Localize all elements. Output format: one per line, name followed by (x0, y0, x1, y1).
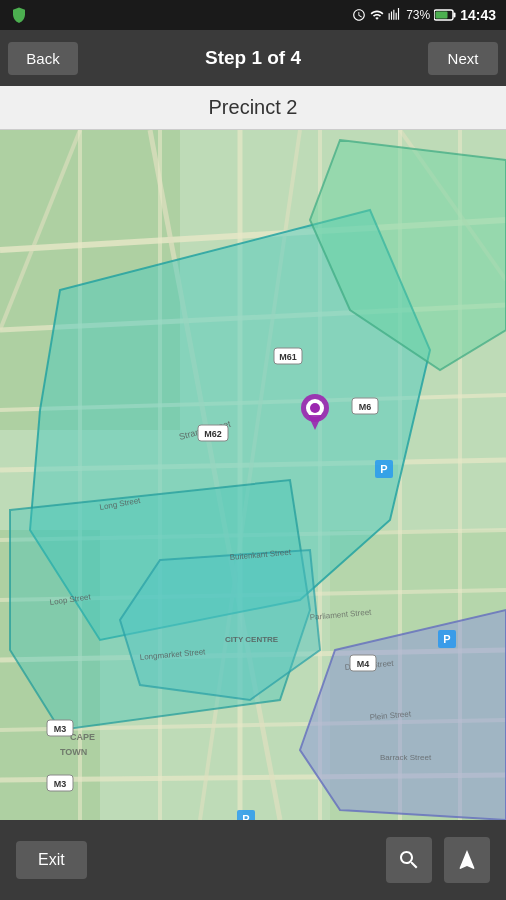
alarm-icon (352, 8, 366, 22)
back-button[interactable]: Back (8, 42, 78, 75)
svg-text:M61: M61 (279, 352, 297, 362)
status-bar: 73% 14:43 (0, 0, 506, 30)
signal-icon (388, 8, 402, 22)
battery-percentage: 73% (406, 8, 430, 22)
navigation-icon (455, 848, 479, 872)
svg-rect-2 (436, 12, 448, 19)
svg-text:M6: M6 (359, 402, 372, 412)
svg-text:CITY CENTRE: CITY CENTRE (225, 635, 279, 644)
bottom-icons (386, 837, 490, 883)
map-svg: Strand Street Long Street Buitenkant Str… (0, 130, 506, 820)
svg-text:M3: M3 (54, 779, 67, 789)
map-container[interactable]: Strand Street Long Street Buitenkant Str… (0, 130, 506, 820)
svg-text:TOWN: TOWN (60, 747, 87, 757)
nav-bar: Back Step 1 of 4 Next (0, 30, 506, 86)
svg-text:Barrack Street: Barrack Street (380, 753, 432, 762)
precinct-header: Precinct 2 (0, 86, 506, 130)
step-title: Step 1 of 4 (78, 47, 428, 69)
status-left (10, 6, 28, 24)
navigate-button[interactable] (444, 837, 490, 883)
search-icon (397, 848, 421, 872)
svg-text:M3: M3 (54, 724, 67, 734)
battery-icon (434, 9, 456, 21)
search-button[interactable] (386, 837, 432, 883)
next-button[interactable]: Next (428, 42, 498, 75)
svg-text:P: P (443, 633, 450, 645)
svg-text:CAPE: CAPE (70, 732, 95, 742)
svg-text:P: P (380, 463, 387, 475)
svg-rect-1 (454, 13, 456, 18)
svg-point-64 (310, 403, 320, 413)
wifi-icon (370, 8, 384, 22)
bottom-bar: Exit (0, 820, 506, 900)
precinct-title: Precinct 2 (209, 96, 298, 119)
status-icons: 73% 14:43 (352, 7, 496, 23)
time-display: 14:43 (460, 7, 496, 23)
svg-text:M4: M4 (357, 659, 370, 669)
svg-text:P: P (242, 813, 249, 820)
svg-text:M62: M62 (204, 429, 222, 439)
shield-icon (10, 6, 28, 24)
exit-button[interactable]: Exit (16, 841, 87, 879)
